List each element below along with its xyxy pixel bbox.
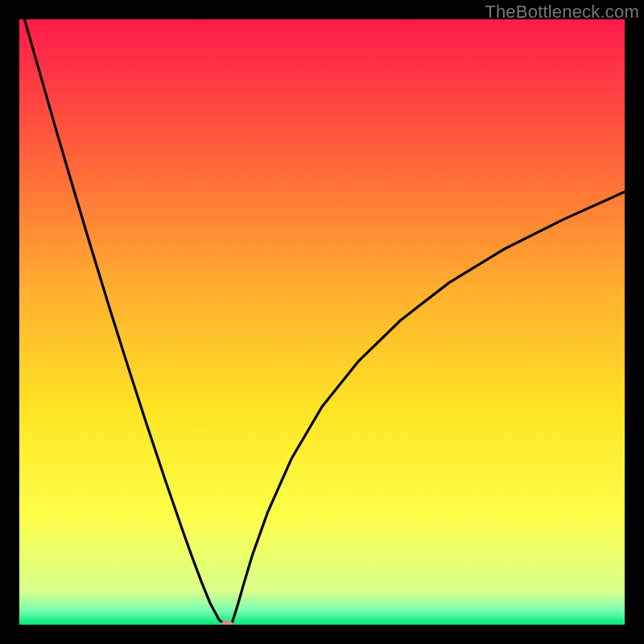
chart-frame bbox=[19, 19, 625, 625]
watermark-text: TheBottleneck.com bbox=[485, 2, 639, 23]
chart-svg bbox=[19, 19, 625, 625]
chart-background bbox=[19, 19, 625, 625]
